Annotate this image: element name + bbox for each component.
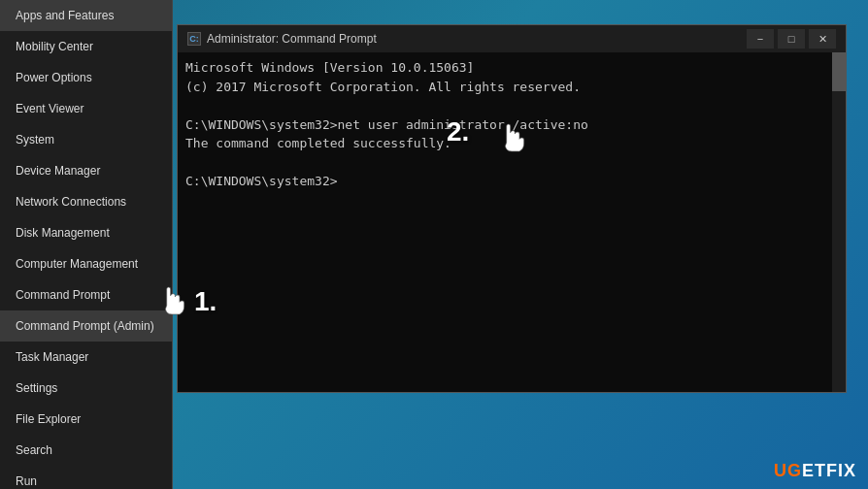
scrollbar-thumb[interactable] xyxy=(832,52,846,91)
menu-item-mobility-center[interactable]: Mobility Center xyxy=(0,31,172,62)
menu-item-label-event-viewer: Event Viewer xyxy=(16,102,83,115)
menu-item-search[interactable]: Search xyxy=(0,435,172,466)
menu-item-command-prompt-admin[interactable]: Command Prompt (Admin) xyxy=(0,310,172,342)
menu-item-settings[interactable]: Settings xyxy=(0,373,172,404)
cmd-titlebar: C: Administrator: Command Prompt − □ ✕ xyxy=(178,25,846,52)
close-button[interactable]: ✕ xyxy=(809,29,836,49)
menu-item-label-network-connections: Network Connections xyxy=(16,195,126,209)
watermark: UGETFIX xyxy=(774,461,856,481)
cmd-output: Microsoft Windows [Version 10.0.15063] (… xyxy=(185,58,838,191)
menu-item-label-command-prompt-admin: Command Prompt (Admin) xyxy=(16,319,154,333)
watermark-prefix: UG xyxy=(774,461,802,480)
menu-item-label-disk-management: Disk Management xyxy=(16,226,110,240)
menu-item-label-run: Run xyxy=(16,474,37,488)
menu-item-system[interactable]: System xyxy=(0,124,172,155)
menu-item-file-explorer[interactable]: File Explorer xyxy=(0,404,172,435)
menu-item-power-options[interactable]: Power Options xyxy=(0,62,172,93)
menu-item-event-viewer[interactable]: Event Viewer xyxy=(0,93,172,124)
menu-item-label-task-manager: Task Manager xyxy=(16,350,88,364)
desktop: Apps and FeaturesMobility CenterPower Op… xyxy=(0,0,868,489)
menu-item-computer-management[interactable]: Computer Management xyxy=(0,248,172,279)
cmd-controls: − □ ✕ xyxy=(747,29,836,49)
menu-item-run[interactable]: Run xyxy=(0,466,172,489)
menu-item-label-computer-management: Computer Management xyxy=(16,257,138,271)
watermark-suffix: ETFIX xyxy=(802,461,856,480)
menu-item-network-connections[interactable]: Network Connections xyxy=(0,186,172,217)
menu-item-label-system: System xyxy=(16,133,54,147)
menu-item-label-mobility-center: Mobility Center xyxy=(16,40,93,53)
menu-item-apps-features[interactable]: Apps and Features xyxy=(0,0,172,31)
menu-item-label-file-explorer: File Explorer xyxy=(16,412,81,426)
cmd-app-icon: C: xyxy=(187,32,201,46)
cmd-title: Administrator: Command Prompt xyxy=(207,32,747,46)
cmd-window: C: Administrator: Command Prompt − □ ✕ M… xyxy=(177,24,847,393)
menu-item-label-command-prompt: Command Prompt xyxy=(16,288,110,302)
cmd-body[interactable]: Microsoft Windows [Version 10.0.15063] (… xyxy=(178,52,846,392)
menu-item-label-settings: Settings xyxy=(16,381,57,395)
menu-item-label-search: Search xyxy=(16,443,52,457)
menu-item-disk-management[interactable]: Disk Management xyxy=(0,217,172,248)
cmd-scrollbar[interactable] xyxy=(832,52,846,392)
menu-item-label-device-manager: Device Manager xyxy=(16,164,100,178)
menu-item-device-manager[interactable]: Device Manager xyxy=(0,155,172,186)
menu-item-label-power-options: Power Options xyxy=(16,71,92,84)
menu-item-task-manager[interactable]: Task Manager xyxy=(0,342,172,373)
step-label-2: 2. xyxy=(447,116,469,147)
menu-item-label-apps-features: Apps and Features xyxy=(16,9,114,22)
step-label-1: 1. xyxy=(194,286,217,317)
context-menu: Apps and FeaturesMobility CenterPower Op… xyxy=(0,0,173,489)
maximize-button[interactable]: □ xyxy=(778,29,805,49)
minimize-button[interactable]: − xyxy=(747,29,774,49)
menu-item-command-prompt[interactable]: Command Prompt xyxy=(0,279,172,310)
